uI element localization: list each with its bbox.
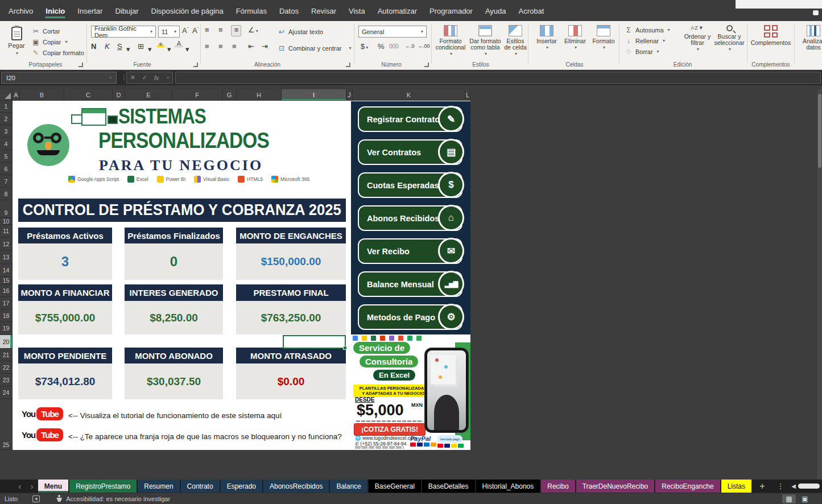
align-middle-button[interactable]: ≡ xyxy=(218,26,222,34)
sidebar-button-abonos-recibidos[interactable]: Abonos Recibidos⌂ xyxy=(358,205,462,231)
menu-tab-formulas[interactable]: Fórmulas xyxy=(230,2,273,21)
menu-tab-acrobat[interactable]: Acrobat xyxy=(513,2,551,21)
sidebar-button-registrar-contrato[interactable]: Registrar Contrato✎ xyxy=(358,106,462,132)
orientation-button[interactable]: ∠▾ xyxy=(248,26,258,34)
sidebar-button-metodos-de-pago[interactable]: Metodos de Pago⚙ xyxy=(358,304,462,330)
column-header-C[interactable]: C xyxy=(64,89,113,101)
percent-button[interactable]: % xyxy=(378,42,385,51)
sheet-tab-contrato[interactable]: Contrato xyxy=(181,480,220,493)
horizontal-scrollbar[interactable] xyxy=(798,484,820,489)
row-header-17[interactable]: 17 xyxy=(0,297,13,309)
menu-tab-automatizar[interactable]: Automatizar xyxy=(371,2,423,21)
menu-tab-vista[interactable]: Vista xyxy=(342,2,371,21)
align-center-button[interactable]: ≡ xyxy=(218,42,222,51)
font-dialog-launcher[interactable] xyxy=(193,63,198,67)
font-family-select[interactable]: Franklin Gothic Dem▾ xyxy=(91,26,156,38)
alignment-dialog-launcher[interactable] xyxy=(346,63,350,67)
find-select-button[interactable]: Buscar y seleccionar ▾ xyxy=(712,25,746,52)
increase-decimal-button[interactable]: ←.0 xyxy=(405,43,415,49)
sheet-tab-traerdenuevorecibo[interactable]: TraerDeNuevoRecibo xyxy=(576,480,655,493)
cut-button[interactable]: ✂Cortar xyxy=(32,26,84,36)
sheet-tab-reciboenganche[interactable]: ReciboEnganche xyxy=(655,480,720,493)
fill-button[interactable]: ↓Rellenar▾ xyxy=(625,35,670,46)
row-header-2[interactable]: 2 xyxy=(0,113,13,125)
sheet-tab-basedetalles[interactable]: BaseDetalles xyxy=(422,480,475,493)
addins-button[interactable]: Complementos xyxy=(750,25,792,46)
sidebar-button-cuotas-esperadas[interactable]: Cuotas Esperadas$ xyxy=(358,172,462,198)
row-header-6[interactable]: 6 xyxy=(0,163,13,175)
align-right-button[interactable]: ≡ xyxy=(232,42,236,51)
column-header-I[interactable]: I xyxy=(282,89,346,101)
shrink-font-button[interactable]: Aˇ xyxy=(192,26,199,35)
clear-button[interactable]: ♢Borrar▾ xyxy=(625,46,670,57)
row-header-5[interactable]: 5 xyxy=(0,150,13,163)
sheet-tab-abonosrecibidos[interactable]: AbonosRecibidos xyxy=(263,480,329,493)
column-header-L[interactable]: L xyxy=(465,89,470,101)
copy-button[interactable]: ▣Copiar▾ xyxy=(32,36,84,47)
column-header-J[interactable]: J xyxy=(346,89,353,101)
delete-cells-button[interactable]: Eliminar ▾ xyxy=(562,25,588,51)
sort-filter-button[interactable]: AZ▼ Ordenar y filtrar ▾ xyxy=(680,25,714,52)
row-header-11[interactable]: 11 xyxy=(0,225,13,238)
row-header-16[interactable]: 16 xyxy=(0,284,13,297)
row-header-9[interactable]: 9 xyxy=(0,200,13,218)
chevron-down-icon[interactable]: ▾ xyxy=(126,45,130,53)
italic-button[interactable]: K xyxy=(105,42,110,51)
sidebar-button-ver-recibo[interactable]: Ver Recibo✉ xyxy=(358,238,462,264)
row-header-20[interactable]: 20 xyxy=(0,335,13,349)
borders-button[interactable]: ⊞ xyxy=(138,42,144,51)
align-left-button[interactable]: ≡ xyxy=(205,42,209,51)
menu-tab-insertar[interactable]: Insertar xyxy=(71,2,109,21)
sheet-tab-balance[interactable]: Balance xyxy=(330,480,367,493)
sheet-tab-basegeneral[interactable]: BaseGeneral xyxy=(369,480,421,493)
selected-cell[interactable] xyxy=(283,335,346,349)
row-header-8[interactable]: 8 xyxy=(0,188,13,200)
sheet-tab-registroprestamo[interactable]: RegistroPrestamo xyxy=(69,480,137,493)
chevron-down-icon[interactable]: ▾ xyxy=(167,45,171,53)
page-layout-view-button[interactable]: ▣ xyxy=(798,494,812,503)
menu-tab-inicio[interactable]: Inicio xyxy=(39,2,71,21)
bold-button[interactable]: N xyxy=(91,42,96,51)
currency-button[interactable]: $▾ xyxy=(361,42,368,51)
sheet-tab-listas[interactable]: Listas xyxy=(721,480,751,493)
format-painter-button[interactable]: ✎Copiar formato xyxy=(32,47,84,58)
menu-tab-ayuda[interactable]: Ayuda xyxy=(479,2,513,21)
column-header-A[interactable]: A xyxy=(13,89,20,101)
decrease-indent-button[interactable]: ⇤ xyxy=(248,42,254,51)
align-bottom-button[interactable]: ≡ xyxy=(231,25,241,36)
tabs-scroll-right[interactable]: › xyxy=(26,482,38,491)
row-header-15[interactable]: 15 xyxy=(0,277,13,284)
hscroll-left-icon[interactable]: ◀ xyxy=(789,483,798,489)
row-header-13[interactable]: 13 xyxy=(0,251,13,264)
row-header-23[interactable]: 23 xyxy=(0,374,13,386)
grow-font-button[interactable]: Aˆ xyxy=(182,26,188,35)
cancel-icon[interactable]: ✕ xyxy=(130,74,135,81)
analyze-data-button[interactable]: Analizar datos xyxy=(796,25,822,51)
row-header-12[interactable]: 12 xyxy=(0,238,13,251)
column-header-F[interactable]: F xyxy=(172,89,222,101)
sheet-tab-recibo[interactable]: Recibo xyxy=(541,480,575,493)
normal-view-button[interactable]: ▦ xyxy=(782,494,796,503)
fill-color-button[interactable]: ◈ xyxy=(157,41,164,47)
underline-button[interactable]: S xyxy=(117,42,122,51)
font-color-button[interactable]: A xyxy=(175,41,183,47)
menu-tab-dibujar[interactable]: Dibujar xyxy=(109,2,144,21)
sidebar-button-ver-contratos[interactable]: Ver Contratos▤ xyxy=(358,139,462,165)
sheet-tab-resumen[interactable]: Resumen xyxy=(138,480,179,493)
format-as-table-button[interactable]: Dar formato como tabla ▾ xyxy=(469,25,502,57)
increase-indent-button[interactable]: ⇥ xyxy=(262,42,268,51)
vertical-scrollbar[interactable] xyxy=(817,89,822,480)
menu-tab-archivo[interactable]: Archivo xyxy=(2,2,39,21)
number-format-select[interactable]: General▾ xyxy=(358,26,427,38)
wrap-text-button[interactable]: ↩Ajustar texto xyxy=(278,26,323,37)
row-header-7[interactable]: 7 xyxy=(0,175,13,188)
add-sheet-button[interactable]: + xyxy=(753,481,772,491)
row-header-25[interactable]: 25 xyxy=(0,399,13,450)
sidebar-button-balance-mensual[interactable]: Balance Mensual▂▅▇ xyxy=(358,271,462,297)
column-header-H[interactable]: H xyxy=(237,89,282,101)
macro-record-icon[interactable] xyxy=(32,495,40,502)
column-header-D[interactable]: D xyxy=(113,89,125,101)
chevron-down-icon[interactable]: ▾ xyxy=(185,45,189,53)
row-header-19[interactable]: 19 xyxy=(0,322,13,335)
row-header-3[interactable]: 3 xyxy=(0,125,13,138)
